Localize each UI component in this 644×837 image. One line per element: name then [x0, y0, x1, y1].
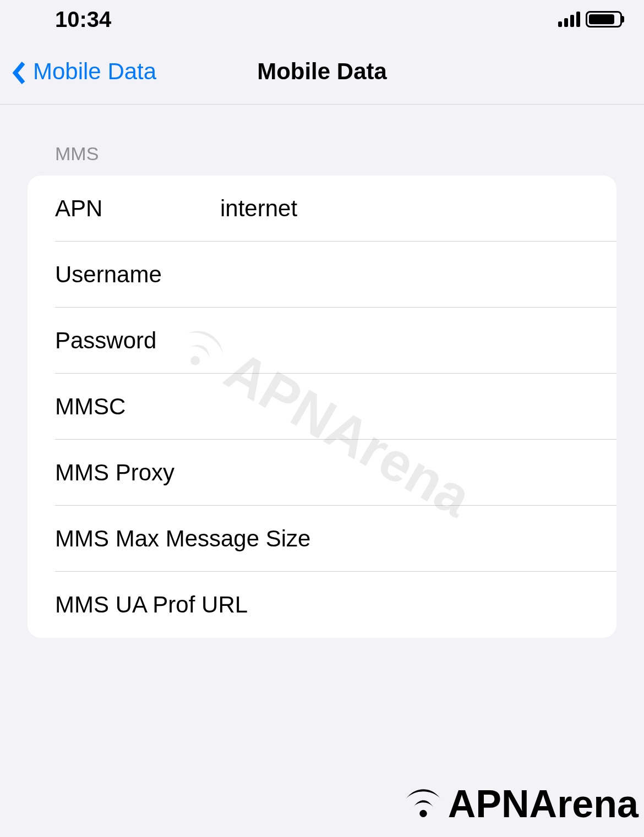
- mms-proxy-input[interactable]: [220, 459, 616, 486]
- username-row[interactable]: Username: [28, 242, 616, 308]
- back-button[interactable]: Mobile Data: [11, 58, 156, 85]
- wifi-icon: [401, 782, 445, 826]
- apn-row[interactable]: APN: [28, 176, 616, 242]
- mmsc-input[interactable]: [220, 393, 616, 420]
- mms-ua-prof-url-input[interactable]: [248, 592, 616, 618]
- apn-input[interactable]: [220, 195, 616, 222]
- status-indicators: [558, 11, 622, 28]
- status-time: 10:34: [55, 7, 111, 32]
- cellular-signal-icon: [558, 12, 580, 27]
- mms-ua-prof-url-row[interactable]: MMS UA Prof URL: [28, 572, 616, 638]
- mms-proxy-label: MMS Proxy: [55, 459, 220, 486]
- mms-max-size-label: MMS Max Message Size: [55, 526, 310, 552]
- password-row[interactable]: Password: [28, 308, 616, 374]
- battery-icon: [586, 11, 622, 28]
- username-input[interactable]: [220, 261, 616, 288]
- page-title: Mobile Data: [257, 58, 387, 85]
- settings-group: APN Username Password MMSC MMS Proxy MMS…: [28, 176, 616, 638]
- mms-proxy-row[interactable]: MMS Proxy: [28, 440, 616, 506]
- chevron-left-icon: [11, 61, 28, 83]
- mmsc-row[interactable]: MMSC: [28, 374, 616, 440]
- watermark-bottom-text: APNArena: [448, 782, 638, 826]
- content-area: MMS APN Username Password MMSC MMS Proxy…: [0, 105, 644, 638]
- mmsc-label: MMSC: [55, 393, 220, 420]
- mms-ua-prof-url-label: MMS UA Prof URL: [55, 592, 248, 618]
- apn-label: APN: [55, 195, 220, 222]
- mms-max-size-input[interactable]: [310, 526, 616, 552]
- username-label: Username: [55, 261, 220, 288]
- password-input[interactable]: [220, 327, 616, 354]
- password-label: Password: [55, 327, 220, 354]
- status-bar: 10:34: [0, 0, 644, 39]
- mms-max-size-row[interactable]: MMS Max Message Size: [28, 506, 616, 572]
- back-button-label: Mobile Data: [33, 58, 156, 85]
- navigation-bar: Mobile Data Mobile Data: [0, 39, 644, 105]
- watermark-bottom: APNArena: [401, 782, 638, 826]
- section-header: MMS: [0, 143, 644, 176]
